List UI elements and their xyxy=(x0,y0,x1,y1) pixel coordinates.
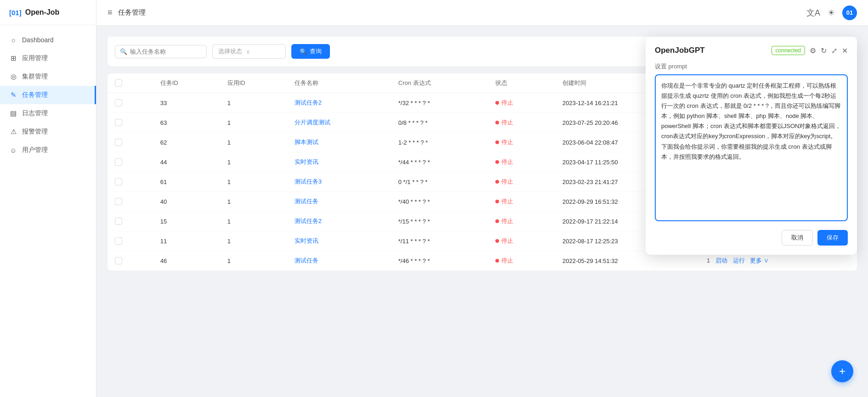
select-all-checkbox[interactable] xyxy=(115,79,122,87)
col-status: 状态 xyxy=(488,73,555,93)
gpt-panel: OpenJobGPT connected ⚙ ↻ ⤢ ✕ 设置 prompt 取… xyxy=(646,37,857,255)
sidebar-item-cluster-manage[interactable]: ◎ 集群管理 xyxy=(0,67,96,86)
task-icon: ✎ xyxy=(9,91,17,99)
row-checkbox[interactable] xyxy=(115,257,122,264)
task-id: 44 xyxy=(153,152,220,172)
app-manage-icon: ⊞ xyxy=(9,54,17,62)
connected-badge: connected xyxy=(772,46,805,55)
task-id: 11 xyxy=(153,231,220,251)
sidebar-item-user-manage[interactable]: ☺ 用户管理 xyxy=(0,141,96,159)
app-id: 1 xyxy=(220,192,287,212)
task-name[interactable]: 测试任务2 xyxy=(295,218,322,224)
theme-icon[interactable]: ☀ xyxy=(828,8,835,18)
run-action[interactable]: 运行 xyxy=(733,257,745,264)
status-placeholder: 选择状态 xyxy=(218,47,242,56)
row-checkbox[interactable] xyxy=(115,218,122,225)
app-id: 1 xyxy=(220,93,287,113)
task-name[interactable]: 实时资讯 xyxy=(295,237,318,244)
search-btn-icon: 🔍 xyxy=(300,48,307,55)
cron-expr: 0/8 * * * ? * xyxy=(391,113,488,133)
app-id: 1 xyxy=(220,212,287,231)
app-id: 1 xyxy=(220,172,287,192)
task-id: 33 xyxy=(153,93,220,113)
status: 停止 xyxy=(488,93,555,113)
page-title: 任务管理 xyxy=(118,8,146,17)
header: ≡ 任务管理 文A ☀ 01 xyxy=(96,0,868,26)
avatar[interactable]: 01 xyxy=(842,6,857,20)
user-icon: ☺ xyxy=(9,146,17,154)
status: 停止 xyxy=(488,231,555,251)
search-field[interactable]: 🔍 xyxy=(115,45,207,58)
cron-expr: 1-2 * * * ? * xyxy=(391,133,488,152)
logo: [01] Open-Job xyxy=(0,0,96,25)
task-name[interactable]: 分片调度测试 xyxy=(295,119,330,126)
row-checkbox[interactable] xyxy=(115,158,122,166)
status: 停止 xyxy=(488,192,555,212)
sidebar-item-label: 日志管理 xyxy=(22,109,48,117)
prompt-textarea[interactable] xyxy=(655,74,848,221)
gpt-title: OpenJobGPT xyxy=(655,46,705,55)
row-checkbox[interactable] xyxy=(115,198,122,205)
task-name[interactable]: 测试任务2 xyxy=(295,99,322,106)
row-checkbox[interactable] xyxy=(115,99,122,106)
refresh-icon[interactable]: ↻ xyxy=(821,46,827,55)
cancel-button[interactable]: 取消 xyxy=(782,230,813,246)
menu-toggle-icon[interactable]: ≡ xyxy=(108,8,113,17)
cron-expr: */11 * * * ? * xyxy=(391,231,488,251)
prompt-label: 设置 prompt xyxy=(655,62,848,71)
cron-expr: */15 * * * ? * xyxy=(391,212,488,231)
alert-icon: ⚠ xyxy=(9,128,17,136)
row-checkbox[interactable] xyxy=(115,119,122,126)
chevron-down-icon: ∨ xyxy=(246,48,250,55)
external-link-icon[interactable]: ⤢ xyxy=(831,46,837,55)
row-checkbox[interactable] xyxy=(115,139,122,146)
log-icon: ▤ xyxy=(9,109,17,117)
sidebar-item-task-manage[interactable]: ✎ 任务管理 xyxy=(0,86,96,104)
translate-icon[interactable]: 文A xyxy=(806,7,820,18)
more-action[interactable]: 更多 ∨ xyxy=(750,257,769,264)
start-action[interactable]: 启动 xyxy=(715,257,727,264)
status-select[interactable]: 选择状态 ∨ xyxy=(212,44,286,59)
search-input[interactable] xyxy=(130,48,202,55)
gpt-header: OpenJobGPT connected ⚙ ↻ ⤢ ✕ xyxy=(655,46,848,55)
task-id: 15 xyxy=(153,212,220,231)
search-icon: 🔍 xyxy=(120,48,127,55)
sidebar-item-app-manage[interactable]: ⊞ 应用管理 xyxy=(0,49,96,67)
close-icon[interactable]: ✕ xyxy=(842,46,848,55)
cron-expr: */46 * * * ? * xyxy=(391,251,488,271)
sidebar-item-alert-manage[interactable]: ⚠ 报警管理 xyxy=(0,123,96,141)
header-left: ≡ 任务管理 xyxy=(108,8,146,17)
sidebar-item-label: Dashboard xyxy=(22,36,54,44)
dashboard-icon: ○ xyxy=(9,36,17,44)
task-name[interactable]: 测试任务 xyxy=(295,257,318,264)
header-right: 文A ☀ 01 xyxy=(806,6,857,20)
gpt-header-right: connected ⚙ ↻ ⤢ ✕ xyxy=(772,46,848,55)
status: 停止 xyxy=(488,133,555,152)
task-id: 46 xyxy=(153,251,220,271)
logo-name: Open-Job xyxy=(25,8,60,17)
task-name[interactable]: 脚本测试 xyxy=(295,139,318,145)
app-id: 1 xyxy=(220,251,287,271)
row-checkbox[interactable] xyxy=(115,237,122,245)
task-name[interactable]: 实时资讯 xyxy=(295,158,318,165)
cron-expr: */40 * * * ? * xyxy=(391,192,488,212)
task-id: 63 xyxy=(153,113,220,133)
save-button[interactable]: 保存 xyxy=(817,230,848,246)
add-task-button[interactable]: + xyxy=(831,360,853,382)
app-id: 1 xyxy=(220,113,287,133)
sidebar-item-dashboard[interactable]: ○ Dashboard xyxy=(0,31,96,49)
content: 🔍 选择状态 ∨ 🔍 查询 任务ID 应用ID 任务名称 xyxy=(96,26,868,397)
cron-expr: */32 * * * ? * xyxy=(391,93,488,113)
col-task-name: 任务名称 xyxy=(287,73,391,93)
settings-icon[interactable]: ⚙ xyxy=(810,46,816,55)
row-checkbox[interactable] xyxy=(115,178,122,185)
main-area: ≡ 任务管理 文A ☀ 01 🔍 选择状态 ∨ 🔍 查询 xyxy=(96,0,868,397)
app-id: 1 xyxy=(220,231,287,251)
search-button[interactable]: 🔍 查询 xyxy=(291,44,330,59)
cron-expr: 0 */1 * * ? * xyxy=(391,172,488,192)
task-name[interactable]: 测试任务 xyxy=(295,198,318,205)
task-name[interactable]: 测试任务3 xyxy=(295,178,322,185)
sidebar-item-label: 集群管理 xyxy=(22,73,48,81)
sidebar: [01] Open-Job ○ Dashboard ⊞ 应用管理 ◎ 集群管理 … xyxy=(0,0,96,397)
sidebar-item-log-manage[interactable]: ▤ 日志管理 xyxy=(0,104,96,123)
